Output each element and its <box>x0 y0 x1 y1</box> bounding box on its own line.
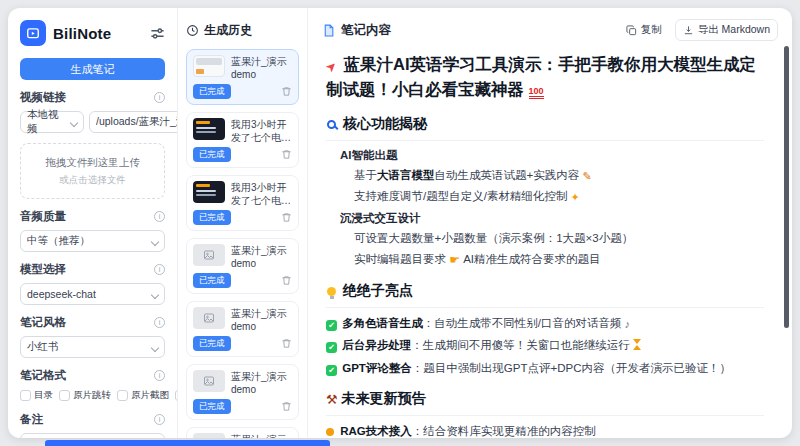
note-line: 实时编辑题目要求 ☛ AI精准生成符合要求的题目 <box>354 251 764 269</box>
remark-textarea[interactable] <box>20 433 165 438</box>
note-panel-title: 笔记内容 <box>341 22 391 39</box>
audio-quality-value: 中等（推荐） <box>27 234 90 248</box>
checkbox-label: 原片跳转 <box>73 389 111 402</box>
history-item-title: 蓝果汁_演示demo <box>231 55 292 81</box>
video-source-value: 本地视频 <box>27 108 67 136</box>
model-select-label: 模型选择 <box>20 262 66 277</box>
trash-icon[interactable] <box>281 86 292 97</box>
history-item[interactable]: 蓝果汁_演示demo 已完成 <box>186 301 299 357</box>
placeholder-thumbnail <box>193 370 225 392</box>
trash-icon[interactable] <box>281 149 292 160</box>
checklist-line: ✔ 多角色语音生成：自动生成带不同性别/口音的对话音频 ♪ <box>326 315 764 333</box>
note-style-select[interactable]: 小红书 <box>20 336 165 358</box>
checkbox-screenshot[interactable] <box>117 390 128 401</box>
trash-icon[interactable] <box>281 275 292 286</box>
history-item-title: 我用3小时开发了七个电脑软件，解决了我.. <box>231 118 292 144</box>
export-markdown-button[interactable]: 导出 Markdown <box>675 19 778 41</box>
status-badge: 已完成 <box>193 147 231 162</box>
video-thumbnail <box>193 55 225 77</box>
generate-note-button[interactable]: 生成笔记 <box>20 58 165 80</box>
sidebar: BiliNote 生成笔记 视频链接 本地视频 拖拽文件到这里上传 或点击选择文… <box>8 8 178 438</box>
history-panel: 生成历史 蓝果汁_演示demo 已完成 我用3小时开发了七个电脑软件，解决了我.… <box>178 8 308 438</box>
bottom-blue-bar <box>45 440 330 446</box>
checklist-line: ✔ GPT评论整合：题目中强制出现GPT点评+DPC内容（开发者演示已验证！） <box>326 360 764 377</box>
copy-button[interactable]: 复制 <box>619 20 669 40</box>
note-line: 支持难度调节/题型自定义/素材精细化控制 ✦ <box>354 188 764 206</box>
info-icon[interactable] <box>154 317 165 328</box>
export-button-label: 导出 Markdown <box>698 23 770 37</box>
settings-sliders-icon[interactable] <box>150 26 165 41</box>
copy-icon <box>626 25 637 36</box>
placeholder-thumbnail <box>193 307 225 329</box>
video-link-label: 视频链接 <box>20 90 66 105</box>
note-panel: 笔记内容 复制 导出 Markdown ➤ 蓝果汁AI英语学习工具演示：手把手教… <box>308 8 792 438</box>
status-badge: 已完成 <box>193 210 231 225</box>
trash-icon[interactable] <box>281 401 292 412</box>
note-style-value: 小红书 <box>27 340 59 354</box>
video-thumbnail <box>193 118 225 140</box>
document-icon <box>322 24 335 37</box>
checkbox-label: 原片截图 <box>131 389 169 402</box>
note-line: 基于大语言模型自动生成英语试题+实践内容 ✎ <box>354 167 764 185</box>
note-format-label: 笔记格式 <box>20 368 66 383</box>
scrollbar-thumb[interactable] <box>784 46 789 328</box>
section-heading: 核心功能揭秘 <box>326 115 764 141</box>
image-icon <box>203 375 215 387</box>
note-line: 可设置大题数量+小题数量（演示案例：1大题×3小题） <box>354 230 764 247</box>
history-title: 生成历史 <box>204 22 252 39</box>
video-thumbnail <box>193 181 225 203</box>
image-icon <box>203 312 215 324</box>
video-path-input[interactable] <box>89 111 178 133</box>
history-item[interactable]: 蓝果汁_演示demo 已完成 <box>186 238 299 294</box>
status-badge: 已完成 <box>193 336 231 351</box>
video-source-select[interactable]: 本地视频 <box>20 111 84 133</box>
bullet-line: RAG技术接入：结合资料库实现更精准的内容控制 <box>326 423 764 438</box>
download-icon <box>683 25 694 36</box>
clock-icon <box>186 24 199 37</box>
note-title: ➤ 蓝果汁AI英语学习工具演示：手把手教你用大模型生成定制试题！小白必看宝藏神器… <box>326 52 764 102</box>
info-icon[interactable] <box>154 370 165 381</box>
checkbox-jump[interactable] <box>59 390 70 401</box>
app-title: BiliNote <box>53 25 143 42</box>
history-item[interactable]: 蓝果汁_演示demo 已完成 <box>186 427 299 438</box>
history-item[interactable]: 蓝果汁_演示demo 已完成 <box>186 364 299 420</box>
audio-quality-select[interactable]: 中等（推荐） <box>20 230 165 252</box>
trash-icon[interactable] <box>281 212 292 223</box>
history-item-title: 蓝果汁_演示demo <box>231 244 292 270</box>
group-title: 沉浸式交互设计 <box>340 211 764 226</box>
placeholder-thumbnail <box>193 244 225 266</box>
status-badge: 已完成 <box>193 273 231 288</box>
checkbox-label: 目录 <box>34 389 53 402</box>
note-content: ➤ 蓝果汁AI英语学习工具演示：手把手教你用大模型生成定制试题！小白必看宝藏神器… <box>322 42 778 438</box>
info-icon[interactable] <box>154 264 165 275</box>
upload-subhint: 或点击选择文件 <box>59 174 126 187</box>
upload-hint: 拖拽文件到这里上传 <box>45 156 140 170</box>
status-badge: 已完成 <box>193 84 231 99</box>
status-badge: 已完成 <box>193 399 231 414</box>
history-item[interactable]: 蓝果汁_演示demo 已完成 <box>186 49 299 105</box>
model-value: deepseek-chat <box>27 288 96 300</box>
history-item-title: 蓝果汁_演示demo <box>231 433 292 438</box>
section-heading: ⚒ 未来更新预告 <box>326 390 764 416</box>
history-item-title: 我用3小时开发了七个电脑软件，解决了我.. <box>231 181 292 207</box>
info-icon[interactable] <box>154 414 165 425</box>
checkbox-toc[interactable] <box>20 390 31 401</box>
bilinote-logo-icon <box>20 20 46 46</box>
note-format-options: 目录 原片跳转 原片截图 AI总结 <box>20 389 165 402</box>
brand-header: BiliNote <box>20 20 165 46</box>
upload-dropzone[interactable]: 拖拽文件到这里上传 或点击选择文件 <box>20 143 165 199</box>
image-icon <box>203 249 215 261</box>
history-item[interactable]: 我用3小时开发了七个电脑软件，解决了我.. 已完成 <box>186 175 299 231</box>
group-title: AI智能出题 <box>340 148 764 163</box>
audio-quality-label: 音频质量 <box>20 209 66 224</box>
trash-icon[interactable] <box>281 338 292 349</box>
placeholder-thumbnail <box>193 433 225 438</box>
model-select[interactable]: deepseek-chat <box>20 283 165 305</box>
app-window: BiliNote 生成笔记 视频链接 本地视频 拖拽文件到这里上传 或点击选择文… <box>8 8 792 438</box>
info-icon[interactable] <box>154 211 165 222</box>
info-icon[interactable] <box>154 92 165 103</box>
remark-label: 备注 <box>20 412 43 427</box>
note-style-label: 笔记风格 <box>20 315 66 330</box>
history-item[interactable]: 我用3小时开发了七个电脑软件，解决了我.. 已完成 <box>186 112 299 168</box>
history-item-title: 蓝果汁_演示demo <box>231 307 292 333</box>
